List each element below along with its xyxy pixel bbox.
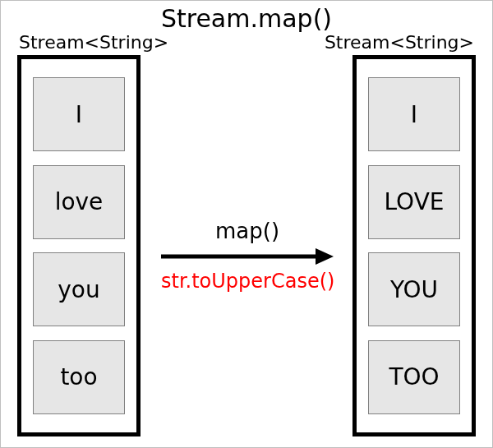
- input-stream-item: I: [33, 77, 125, 151]
- input-stream-item: too: [33, 340, 125, 414]
- svg-marker-1: [316, 248, 334, 265]
- map-operation: map() str.toUpperCase(): [161, 219, 334, 293]
- arrow-icon: [161, 245, 334, 268]
- output-stream-item: LOVE: [368, 165, 460, 239]
- diagram-title: Stream.map(): [1, 4, 492, 33]
- output-stream-type-label: Stream<String>: [325, 32, 474, 53]
- output-stream-box: I LOVE YOU TOO: [352, 55, 476, 436]
- input-stream-box: I love you too: [17, 55, 141, 436]
- input-stream-item: love: [33, 165, 125, 239]
- mapper-function-label: str.toUpperCase(): [161, 270, 334, 293]
- input-stream-item: you: [33, 252, 125, 326]
- output-stream-item: I: [368, 77, 460, 151]
- output-stream-item: TOO: [368, 340, 460, 414]
- map-method-label: map(): [161, 219, 334, 243]
- input-stream-type-label: Stream<String>: [19, 32, 168, 53]
- output-stream-item: YOU: [368, 252, 460, 326]
- diagram-frame: Stream.map() Stream<String> Stream<Strin…: [0, 0, 493, 448]
